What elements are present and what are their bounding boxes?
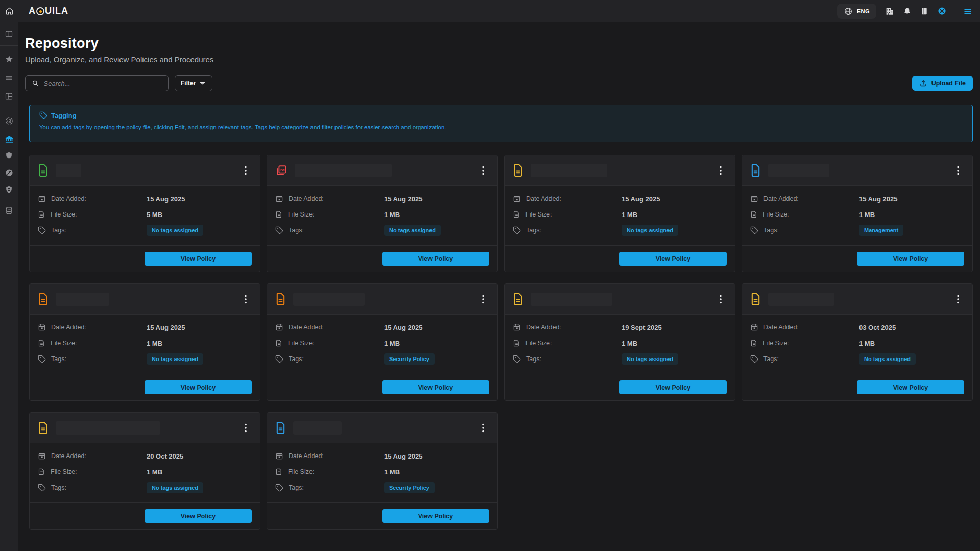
tag-icon xyxy=(750,226,758,234)
file-size-row: File Size: 1 MB xyxy=(750,338,964,349)
tags-row: Tags: No tags assigned xyxy=(38,225,252,236)
card-body: Date Added: 15 Aug 2025 File Size: 5 MB … xyxy=(30,186,260,236)
file-size-value: 1 MB xyxy=(147,340,162,347)
card-header xyxy=(742,284,972,315)
main-menu-button[interactable] xyxy=(962,7,973,16)
file-size-value: 1 MB xyxy=(384,468,400,476)
sidebar-item-user-shield[interactable] xyxy=(5,185,13,194)
sidebar-item-radar[interactable] xyxy=(5,116,14,126)
card-menu-button[interactable] xyxy=(243,421,249,435)
search-input[interactable] xyxy=(44,80,162,87)
sidebar-item-bank[interactable] xyxy=(5,135,14,144)
svg-text:PDF: PDF xyxy=(280,168,286,171)
banner-title: Tagging xyxy=(51,112,77,119)
view-policy-button[interactable]: View Policy xyxy=(619,252,727,266)
star-icon xyxy=(5,55,14,64)
view-policy-button[interactable]: View Policy xyxy=(145,509,252,523)
view-policy-button[interactable]: View Policy xyxy=(382,509,489,523)
doc-file-icon xyxy=(275,421,286,434)
sidebar-item-layout-panel[interactable] xyxy=(5,30,13,38)
sidebar xyxy=(0,22,18,551)
logo-text-post: UILA xyxy=(45,6,68,16)
documentation-button[interactable] xyxy=(920,7,928,16)
tagging-banner: Tagging You can add tags by opening the … xyxy=(29,105,973,142)
card-menu-button[interactable] xyxy=(480,293,486,306)
upload-file-button[interactable]: Upload File xyxy=(912,76,973,91)
card-menu-button[interactable] xyxy=(955,293,961,306)
file-icon xyxy=(38,468,45,476)
card-menu-button[interactable] xyxy=(243,164,249,177)
card-menu-button[interactable] xyxy=(480,421,486,435)
view-policy-button[interactable]: View Policy xyxy=(619,380,727,394)
date-added-value: 15 Aug 2025 xyxy=(384,324,422,331)
sidebar-item-favorites[interactable] xyxy=(5,55,14,64)
card-menu-button[interactable] xyxy=(243,293,249,306)
sidebar-item-shield[interactable] xyxy=(5,151,13,160)
sidebar-item-table-layout[interactable] xyxy=(5,92,13,101)
tag-icon xyxy=(750,355,758,363)
kebab-icon xyxy=(245,295,247,304)
sidebar-item-gauge[interactable] xyxy=(5,168,14,177)
sidebar-item-database[interactable] xyxy=(5,206,13,215)
support-button[interactable] xyxy=(937,6,947,16)
card-header: PDF xyxy=(267,155,497,186)
card-footer: View Policy xyxy=(505,245,735,272)
search-box[interactable] xyxy=(25,75,169,91)
upload-icon xyxy=(919,79,927,87)
card-header xyxy=(30,155,260,186)
view-policy-button[interactable]: View Policy xyxy=(145,380,252,394)
card-footer: View Policy xyxy=(742,374,972,400)
card-header xyxy=(505,155,735,186)
calendar-icon xyxy=(275,323,283,331)
card-menu-button[interactable] xyxy=(480,164,486,177)
file-size-row: File Size: 1 MB xyxy=(275,338,489,349)
kebab-icon xyxy=(720,295,722,304)
policy-card: PDF Date Added: 15 Aug 2025 File Size: 1… xyxy=(267,155,498,272)
organization-button[interactable] xyxy=(885,7,894,16)
table-layout-icon xyxy=(5,92,13,101)
view-policy-button[interactable]: View Policy xyxy=(857,380,964,394)
tag-badge: No tags assigned xyxy=(147,225,203,236)
sidebar-item-list[interactable] xyxy=(5,74,13,82)
card-menu-button[interactable] xyxy=(718,293,724,306)
view-policy-button[interactable]: View Policy xyxy=(382,252,489,266)
user-shield-icon xyxy=(5,185,13,194)
tag-icon xyxy=(38,355,46,363)
card-footer: View Policy xyxy=(30,502,260,529)
kebab-icon xyxy=(957,166,959,175)
card-menu-button[interactable] xyxy=(718,164,724,177)
date-added-value: 20 Oct 2025 xyxy=(147,452,183,460)
date-added-value: 15 Aug 2025 xyxy=(859,195,897,203)
tags-row: Tags: Security Policy xyxy=(275,482,489,493)
kebab-icon xyxy=(482,295,484,304)
view-policy-button[interactable]: View Policy xyxy=(382,380,489,394)
card-body: Date Added: 19 Sept 2025 File Size: 1 MB… xyxy=(505,315,735,365)
home-button[interactable] xyxy=(5,7,14,15)
date-added-row: Date Added: 15 Aug 2025 xyxy=(275,322,489,333)
view-policy-button[interactable]: View Policy xyxy=(145,252,252,266)
card-footer: View Policy xyxy=(505,374,735,400)
sidebar-divider xyxy=(0,107,18,107)
language-selector[interactable]: ENG xyxy=(837,4,876,19)
file-icon xyxy=(513,210,520,219)
policy-card: Date Added: 15 Aug 2025 File Size: 1 MB … xyxy=(504,155,735,272)
bank-icon xyxy=(5,135,14,144)
notifications-button[interactable] xyxy=(903,7,912,16)
date-added-row: Date Added: 20 Oct 2025 xyxy=(38,450,252,462)
support-ring-icon xyxy=(937,6,947,16)
file-size-row: File Size: 1 MB xyxy=(513,338,727,349)
logo-text-pre: A xyxy=(29,6,36,16)
filter-button[interactable]: Filter xyxy=(175,75,212,91)
layout-panel-icon xyxy=(5,30,13,38)
filter-icon xyxy=(199,80,206,87)
calendar-icon xyxy=(38,452,46,460)
view-policy-button[interactable]: View Policy xyxy=(857,252,964,266)
card-header xyxy=(742,155,972,186)
date-added-row: Date Added: 15 Aug 2025 xyxy=(38,193,252,204)
file-name-placeholder xyxy=(768,293,834,306)
tags-row: Tags: No tags assigned xyxy=(275,225,489,236)
radar-icon xyxy=(5,116,14,126)
card-menu-button[interactable] xyxy=(955,164,961,177)
calendar-icon xyxy=(750,323,758,331)
file-size-value: 1 MB xyxy=(622,340,637,347)
